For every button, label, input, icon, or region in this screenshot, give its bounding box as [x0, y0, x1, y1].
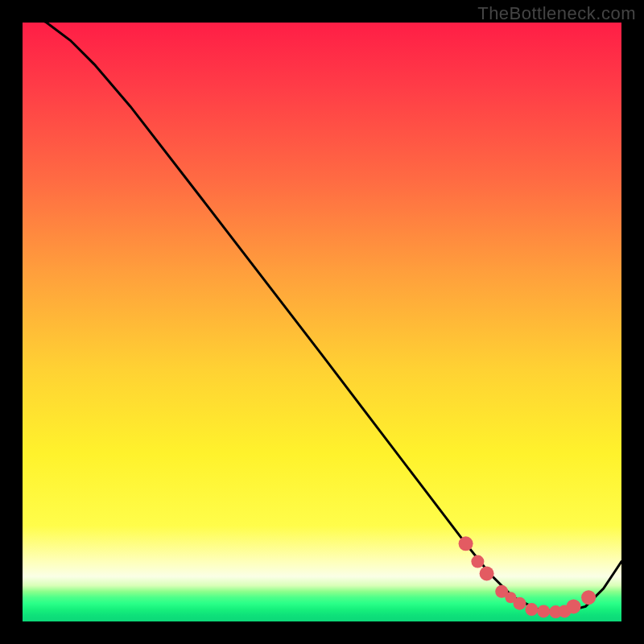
curve-marker — [581, 590, 596, 605]
curve-marker — [480, 567, 494, 581]
curve-layer — [23, 23, 621, 621]
watermark-text: TheBottleneck.com — [477, 3, 636, 24]
curve-marker — [514, 597, 526, 610]
curve-markers — [459, 536, 597, 618]
chart-frame: TheBottleneck.com — [0, 0, 644, 644]
plot-area — [23, 23, 621, 621]
bottleneck-curve — [23, 23, 621, 613]
curve-marker — [567, 599, 581, 613]
curve-marker — [471, 555, 484, 568]
curve-marker — [459, 536, 473, 551]
curve-marker — [537, 605, 550, 617]
curve-marker — [525, 603, 538, 616]
